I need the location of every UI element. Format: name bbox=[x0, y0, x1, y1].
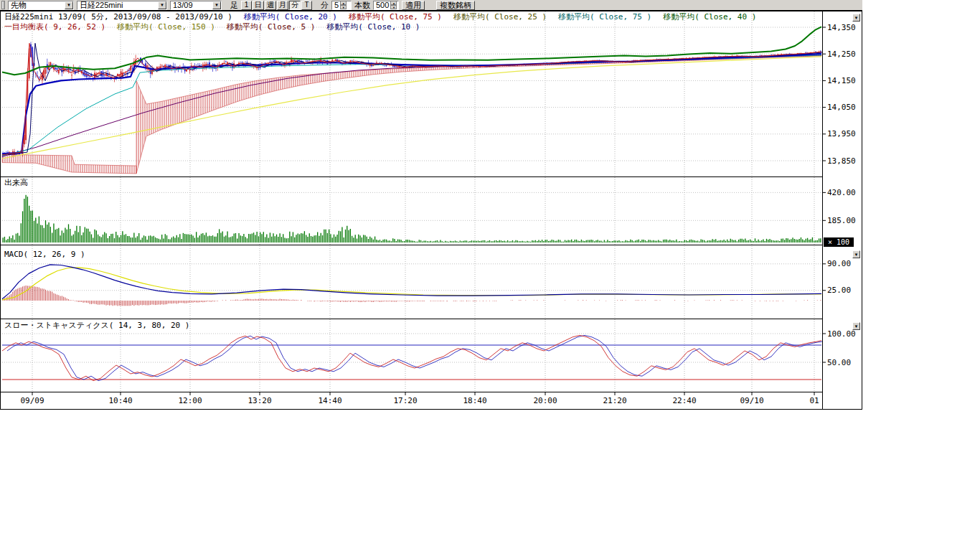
price-panel-series bbox=[2, 27, 827, 174]
svg-text:13,850: 13,850 bbox=[827, 156, 856, 166]
symbol-value: 日経225mini bbox=[80, 1, 123, 9]
svg-text:185.00: 185.00 bbox=[827, 216, 856, 225]
period-button-1[interactable]: 1 bbox=[241, 1, 252, 10]
minute-label: 分 bbox=[321, 1, 329, 9]
contract-month-dropdown[interactable]: 13/09 ▼ bbox=[170, 1, 222, 10]
stoch-series bbox=[2, 335, 826, 380]
ichimoku-cloud bbox=[2, 154, 136, 174]
symbol-type-value: 先物 bbox=[11, 1, 27, 9]
svg-text:12:00: 12:00 bbox=[178, 396, 202, 405]
macd-panel-menu-button[interactable]: ▼ bbox=[852, 250, 860, 258]
legend-item: 移動平均( Close, 150 ) bbox=[117, 22, 215, 32]
svg-text:18:40: 18:40 bbox=[463, 396, 486, 405]
stoch-d-line bbox=[7, 335, 826, 380]
svg-text:10:40: 10:40 bbox=[108, 396, 132, 405]
legend-item: 移動平均( Close, 40 ) bbox=[663, 12, 756, 22]
ichimoku-cloud bbox=[136, 55, 821, 174]
svg-text:09/09: 09/09 bbox=[20, 396, 44, 405]
price-panel-menu-button[interactable]: ▼ bbox=[852, 14, 860, 22]
chart-canvas[interactable]: 14,35014,25014,15014,05013,95013,850420.… bbox=[0, 0, 868, 410]
chevron-down-icon[interactable]: ▼ bbox=[158, 1, 166, 9]
macd-line bbox=[2, 265, 821, 299]
svg-text:14,250: 14,250 bbox=[827, 50, 856, 59]
svg-text:90.00: 90.00 bbox=[827, 259, 851, 268]
svg-text:20:00: 20:00 bbox=[533, 396, 557, 405]
chevron-down-icon[interactable]: ▼ bbox=[65, 1, 73, 9]
symbol-type-dropdown[interactable]: 先物 ▼ bbox=[8, 1, 74, 10]
legend-item: 移動平均( Close, 5 ) bbox=[227, 22, 315, 32]
minute-spinner[interactable]: 5 ▲▼ bbox=[331, 1, 352, 10]
chevron-down-icon[interactable]: ▼ bbox=[212, 1, 221, 9]
period-button-group: 1日週月分T bbox=[241, 1, 312, 10]
bar-count-spinner[interactable]: 500 ▲▼ bbox=[373, 1, 399, 10]
svg-text:14,350: 14,350 bbox=[827, 23, 856, 32]
stoch-panel-menu-button[interactable]: ▼ bbox=[852, 322, 860, 330]
period-button-日[interactable]: 日 bbox=[253, 1, 264, 10]
svg-text:13:20: 13:20 bbox=[248, 396, 271, 405]
spin-down-icon[interactable]: ▼ bbox=[390, 5, 397, 9]
volume-panel-label: 出来高 bbox=[4, 179, 28, 187]
chart-window: 先物 ▼ 日経225mini ▼ 13/09 ▼ 足 1日週月分T 分 5 ▲▼… bbox=[0, 0, 980, 551]
period-button-週[interactable]: 週 bbox=[265, 1, 276, 10]
bar-count-label: 本数 bbox=[354, 1, 370, 9]
spinner-arrows[interactable]: ▲▼ bbox=[390, 1, 397, 9]
multi-symbol-button[interactable]: 複数銘柄 bbox=[436, 1, 475, 10]
period-button-分[interactable]: 分 bbox=[289, 1, 301, 10]
stoch-k-line bbox=[2, 335, 821, 380]
macd-series bbox=[2, 265, 821, 306]
minute-value: 5 bbox=[334, 1, 339, 9]
period-button-T[interactable]: T bbox=[301, 1, 312, 10]
svg-text:14,150: 14,150 bbox=[827, 76, 856, 85]
spinner-arrows[interactable]: ▲▼ bbox=[340, 1, 347, 9]
axis-labels: 14,35014,25014,15014,05013,95013,850420.… bbox=[20, 23, 855, 406]
svg-text:01: 01 bbox=[809, 396, 819, 405]
svg-text:14,050: 14,050 bbox=[827, 103, 856, 112]
svg-text:100.00: 100.00 bbox=[827, 329, 856, 339]
stoch-panel-label: スロー・ストキャスティクス( 14, 3, 80, 20 ) bbox=[4, 321, 189, 329]
toolbar: 先物 ▼ 日経225mini ▼ 13/09 ▼ 足 1日週月分T 分 5 ▲▼… bbox=[0, 0, 862, 11]
symbol-dropdown[interactable]: 日経225mini ▼ bbox=[77, 1, 167, 10]
price-legend-row1: 日経225mini 13/09( 5分, 2013/09/08 - 2013/0… bbox=[4, 13, 768, 22]
bar-type-label: 足 bbox=[230, 1, 238, 9]
svg-text:13,950: 13,950 bbox=[827, 129, 856, 138]
period-button-月[interactable]: 月 bbox=[277, 1, 288, 10]
spin-down-icon[interactable]: ▼ bbox=[340, 5, 347, 9]
svg-text:17:20: 17:20 bbox=[393, 396, 417, 405]
legend-item: 移動平均( Close, 75 ) bbox=[558, 12, 651, 22]
legend-item: 一目均衡表( 9, 26, 52 ) bbox=[4, 22, 105, 32]
svg-text:21:20: 21:20 bbox=[603, 396, 626, 405]
price-legend-row2: 一目均衡表( 9, 26, 52 )移動平均( Close, 150 )移動平均… bbox=[4, 23, 431, 32]
bar-count-value: 500 bbox=[376, 1, 389, 9]
svg-text:09/10: 09/10 bbox=[740, 396, 763, 405]
svg-text:22:40: 22:40 bbox=[672, 396, 696, 405]
volume-series bbox=[3, 195, 821, 242]
legend-item: 日経225mini 13/09( 5分, 2013/09/08 - 2013/0… bbox=[4, 12, 232, 22]
svg-text:25.00: 25.00 bbox=[827, 286, 851, 295]
legend-item: 移動平均( Close, 25 ) bbox=[453, 12, 547, 22]
macd-panel-label: MACD( 12, 26, 9 ) bbox=[4, 250, 85, 258]
svg-text:50.00: 50.00 bbox=[827, 358, 851, 367]
apply-button[interactable]: 適用 bbox=[402, 1, 425, 10]
volume-multiplier-badge: × 100 bbox=[824, 237, 854, 247]
svg-text:420.00: 420.00 bbox=[827, 188, 856, 197]
contract-value: 13/09 bbox=[173, 1, 193, 9]
legend-item: 移動平均( Close, 10 ) bbox=[326, 22, 420, 32]
chart-frame bbox=[0, 0, 862, 410]
svg-text:14:40: 14:40 bbox=[318, 396, 341, 405]
toolbar-grip-icon[interactable] bbox=[1, 1, 5, 9]
legend-item: 移動平均( Close, 20 ) bbox=[244, 12, 337, 22]
legend-item: 移動平均( Close, 75 ) bbox=[349, 12, 442, 22]
